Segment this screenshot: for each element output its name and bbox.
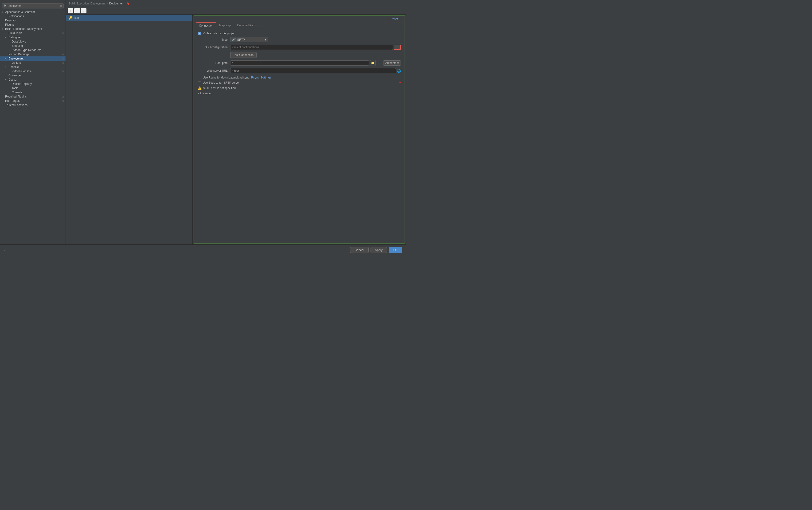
warning-icon: ⚠️ xyxy=(198,86,202,90)
settings-icon: ⊞ xyxy=(62,62,64,64)
test-conn-row: Test Connection xyxy=(198,52,401,58)
test-connection-button[interactable]: Test Connection xyxy=(230,52,257,58)
sidebar-item-label: Build, Execution, Deployment xyxy=(5,27,64,31)
bottom-bar: ? Cancel Apply OK xyxy=(0,245,406,255)
sidebar-item-debugger[interactable]: ▾ Debugger xyxy=(0,35,65,39)
root-path-help-button[interactable]: ? xyxy=(377,60,382,66)
ssh-config-input[interactable] xyxy=(230,45,393,50)
tab-excluded-paths-label: Excluded Paths xyxy=(237,24,257,27)
sidebar-item-trusted-locations[interactable]: Trusted Locations xyxy=(0,103,65,107)
type-label: Type: xyxy=(198,38,228,41)
tabs-bar: Connection Mappings Excluded Paths xyxy=(194,22,405,29)
settings-icon: ⊞ xyxy=(62,53,64,56)
type-select[interactable]: 🔗 SFTP ▾ xyxy=(230,37,268,42)
tab-mappings[interactable]: Mappings xyxy=(216,22,234,29)
sidebar-item-build-tools[interactable]: Build Tools ⊞ xyxy=(0,31,65,35)
sidebar-item-notifications[interactable]: Notifications xyxy=(0,14,65,18)
root-path-row: Root path: 📁 ? Autodetect xyxy=(198,60,401,66)
sidebar-item-label: Console xyxy=(12,91,64,94)
split-view: 🔑 ssh Reset ← Connection Mappings xyxy=(66,15,406,245)
add-server-button[interactable]: + xyxy=(68,8,73,13)
help-icon[interactable]: ? xyxy=(4,248,5,252)
sidebar-item-label: Trusted Locations xyxy=(5,104,64,107)
dropdown-icon: ▾ xyxy=(265,38,266,41)
breadcrumb: Build, Execution, Deployment › Deploymen… xyxy=(66,0,406,7)
tab-connection-label: Connection xyxy=(199,24,213,27)
cancel-button[interactable]: Cancel xyxy=(350,247,369,253)
ssh-browse-button[interactable]: ... xyxy=(394,45,401,50)
sidebar-item-label: Python Type Renderers xyxy=(12,49,64,52)
ok-button[interactable]: OK xyxy=(389,247,402,253)
folder-browse-button[interactable]: 📁 xyxy=(370,60,376,66)
server-list: 🔑 ssh xyxy=(66,15,193,245)
search-clear-icon[interactable]: ✕ xyxy=(60,4,62,7)
breadcrumb-separator: › xyxy=(107,2,108,5)
web-url-row: Web server URL: 🌐 xyxy=(198,68,401,73)
tab-connection[interactable]: Connection xyxy=(196,22,216,29)
sidebar-item-data-views[interactable]: Data Views xyxy=(0,39,65,44)
apply-button[interactable]: Apply xyxy=(371,247,387,253)
sidebar-item-label: Plugins xyxy=(5,23,64,26)
settings-icon: ⊞ xyxy=(62,32,64,34)
sidebar-item-build-execution[interactable]: ▾ Build, Execution, Deployment xyxy=(0,27,65,31)
advanced-row[interactable]: › Advanced xyxy=(198,92,401,95)
sidebar-item-run-targets[interactable]: Run Targets ⊞ xyxy=(0,99,65,103)
sidebar-item-docker-registry[interactable]: Docker Registry xyxy=(0,82,65,86)
visible-only-label: Visible only for this project xyxy=(203,32,235,35)
ssh-config-wrap: ... xyxy=(230,45,401,50)
content-area: Build, Execution, Deployment › Deploymen… xyxy=(66,0,406,245)
root-path-input[interactable] xyxy=(230,60,369,65)
sidebar-item-label: Build Tools xyxy=(8,31,62,35)
search-input[interactable]: deployment xyxy=(8,4,59,7)
rsync-settings-link[interactable]: Rsync Settings xyxy=(251,76,271,79)
sidebar-item-appearance[interactable]: ▾ Appearance & Behavior xyxy=(0,10,65,14)
root-path-label: Root path: xyxy=(198,61,228,65)
sidebar-item-label: Docker Registry xyxy=(12,82,64,86)
web-url-input[interactable] xyxy=(230,68,396,73)
use-sudo-checkbox[interactable] xyxy=(198,81,201,84)
sidebar-item-plugins[interactable]: Plugins xyxy=(0,23,65,27)
sidebar-item-label: Required Plugins xyxy=(5,95,62,98)
sidebar-item-console[interactable]: ▾ Console xyxy=(0,65,65,69)
sidebar-item-coverage[interactable]: Coverage xyxy=(0,73,65,78)
use-rsync-checkbox[interactable] xyxy=(198,76,201,79)
apply-server-button[interactable]: ✓ xyxy=(81,8,86,13)
visible-only-checkbox[interactable]: ✓ xyxy=(198,32,201,35)
reset-button[interactable]: Reset ← xyxy=(391,18,402,21)
sidebar-item-stepping[interactable]: Stepping xyxy=(0,44,65,48)
toolbar: + − ✓ xyxy=(66,7,406,15)
search-icon: 🔍 xyxy=(3,4,7,7)
settings-panel-header: Reset ← xyxy=(194,16,405,22)
reset-label: Reset xyxy=(391,18,398,21)
server-name: ssh xyxy=(75,16,79,20)
sidebar-item-label: Docker xyxy=(8,78,64,81)
sidebar-item-docker-tools[interactable]: Tools xyxy=(0,86,65,90)
sidebar-item-python-debugger[interactable]: Python Debugger ⊞ xyxy=(0,52,65,56)
sidebar-item-docker[interactable]: ▾ Docker xyxy=(0,78,65,82)
advanced-label: Advanced xyxy=(200,92,212,95)
sidebar: 🔍 deployment ✕ ▾ Appearance & Behavior N… xyxy=(0,0,66,245)
search-wrap[interactable]: 🔍 deployment ✕ xyxy=(2,3,64,8)
sidebar-item-python-console[interactable]: Python Console ⊞ xyxy=(0,69,65,73)
sidebar-item-label: Console xyxy=(8,65,64,68)
autodetect-button[interactable]: Autodetect xyxy=(383,60,401,65)
sidebar-item-python-type-renderers[interactable]: Python Type Renderers xyxy=(0,48,65,52)
server-item-ssh[interactable]: 🔑 ssh xyxy=(66,15,193,21)
expand-icon: ▾ xyxy=(5,66,8,68)
back-icon: ← xyxy=(399,18,402,21)
type-row: Type: 🔗 SFTP ▾ xyxy=(198,37,401,42)
sidebar-item-deployment[interactable]: ▾ Deployment ⊞ xyxy=(0,56,65,61)
sidebar-item-required-plugins[interactable]: Required Plugins ⊞ xyxy=(0,94,65,99)
sidebar-item-docker-console[interactable]: Console xyxy=(0,90,65,94)
server-icon: 🔑 xyxy=(68,16,72,20)
visible-only-row: ✓ Visible only for this project xyxy=(198,32,401,35)
tab-excluded-paths[interactable]: Excluded Paths xyxy=(234,22,259,29)
sidebar-item-label: Appearance & Behavior xyxy=(5,10,64,13)
remove-server-button[interactable]: − xyxy=(74,8,80,13)
sidebar-item-keymap[interactable]: Keymap xyxy=(0,18,65,23)
sidebar-item-options[interactable]: Options ⊞ xyxy=(0,61,65,65)
bookmark-icon[interactable]: 🔖 xyxy=(127,2,130,5)
advanced-expand-icon: › xyxy=(198,92,199,95)
breadcrumb-parent: Build, Execution, Deployment xyxy=(68,2,106,5)
error-dot xyxy=(399,82,401,83)
